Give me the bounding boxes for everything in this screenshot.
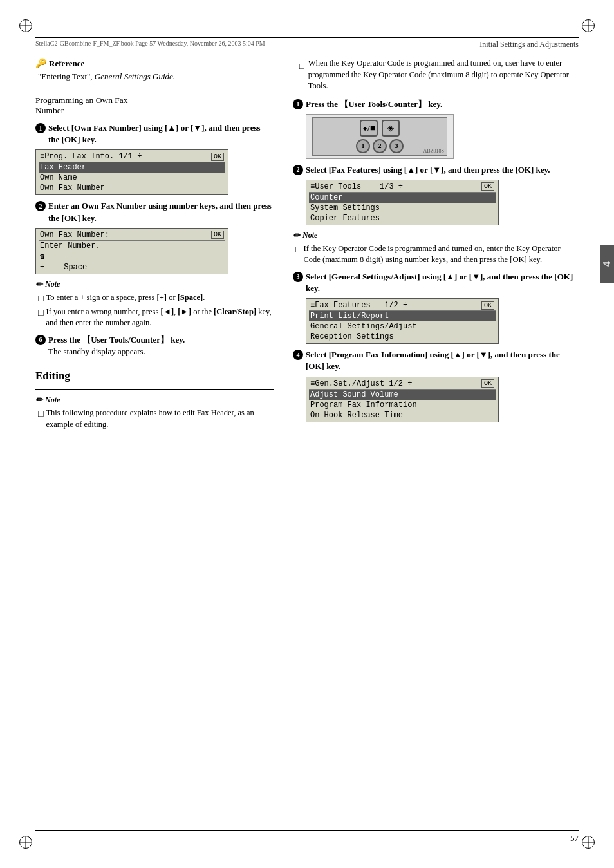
reference-text-main: "Entering Text", bbox=[38, 71, 95, 81]
right-step-1-header: 1 Press the 【User Tools/Counter】 key. bbox=[293, 99, 579, 110]
step-2-circle: 2 bbox=[35, 201, 46, 211]
left-step-1-header: 1 Select [Own Fax Number] using [▲] or [… bbox=[35, 122, 274, 146]
lcd1-row-3: Own Fax Number bbox=[39, 183, 225, 193]
right-step-3-header: 3 Select [General Settings/Adjust] using… bbox=[293, 271, 579, 294]
note-1-title: ✏ Note bbox=[35, 279, 274, 290]
left-step-2-header: 2 Enter an Own Fax Number using number k… bbox=[35, 200, 274, 223]
corner-mark-tr bbox=[582, 19, 595, 32]
step-1-text: Select [Own Fax Number] using [▲] or [▼]… bbox=[48, 122, 274, 146]
lcd1-row-1: Fax Header bbox=[39, 162, 225, 173]
lcd-screen-2: Own Fax Number: OK Enter Number. ☎ +Spac… bbox=[35, 228, 228, 274]
right-step-4-header: 4 Select [Program Fax Information] using… bbox=[293, 349, 579, 372]
editing-note: ✏ Note □ This following procedure explai… bbox=[35, 395, 274, 430]
reference-label: Reference bbox=[49, 59, 84, 69]
divider-2 bbox=[35, 364, 274, 364]
left-column: 🔑 Reference "Entering Text", General Set… bbox=[35, 58, 274, 823]
lcd2-row-3: +Space bbox=[39, 262, 225, 272]
right-intro: □ When the Key Operator Code is programm… bbox=[293, 58, 579, 92]
editing-note-title: ✏ Note bbox=[35, 395, 274, 405]
lcd-r3-row-3: Reception Settings bbox=[309, 332, 496, 342]
note-bullet-1: □ bbox=[38, 294, 43, 304]
intro-text: When the Key Operator Code is programmed… bbox=[308, 58, 579, 92]
intro-bullet: □ bbox=[299, 60, 304, 73]
note-1-item-2: □ If you enter a wrong number, press [◄]… bbox=[35, 307, 274, 329]
right-step-4-text: Select [Program Fax Information] using [… bbox=[306, 349, 579, 372]
note-icon-r1: ✏ bbox=[293, 231, 300, 241]
note-1-item-1: □ To enter a + sign or a space, press [+… bbox=[35, 292, 274, 304]
header-file-text: StellaC2-GBcombine-F_FM_ZF.book Page 57 … bbox=[35, 40, 265, 47]
step-2-text: Enter an Own Fax Number using number key… bbox=[48, 200, 274, 223]
lcd-screen-r3: ≡Fax Features 1/2 ÷ OK Print List/Report… bbox=[306, 298, 499, 344]
reference-section: 🔑 Reference "Entering Text", General Set… bbox=[35, 58, 274, 82]
step-6-text: Press the 【User Tools/Counter】 key. The … bbox=[48, 334, 185, 357]
step-6-circle: 6 bbox=[35, 335, 46, 345]
lcd-r2-row-3: Copier Features bbox=[309, 213, 496, 223]
right-step-2-circle: 2 bbox=[293, 165, 303, 175]
lcd-r4-row-1: Adjust Sound Volume bbox=[309, 390, 496, 400]
lcd-screen-r4: ≡Gen.Set./Adjust 1/2 ÷ OK Adjust Sound V… bbox=[306, 377, 499, 422]
divider-3 bbox=[35, 389, 274, 390]
note-1-text-1: To enter a + sign or a space, press [+] … bbox=[46, 292, 205, 304]
lcd-r4-row-2: Program Fax Information bbox=[309, 400, 496, 410]
page-content: 🔑 Reference "Entering Text", General Set… bbox=[35, 58, 579, 823]
chapter-tab-number: 4 bbox=[601, 261, 613, 267]
editing-heading: Editing bbox=[35, 370, 274, 382]
divider-1 bbox=[35, 90, 274, 90]
right-step-1-text: Press the 【User Tools/Counter】 key. bbox=[306, 99, 442, 110]
chapter-tab: 4 bbox=[600, 245, 614, 283]
corner-mark-br bbox=[582, 836, 595, 849]
right-column: □ When the Key Operator Code is programm… bbox=[293, 58, 579, 823]
right-note-1-item: □ If the Key Operator Code is programmed… bbox=[293, 243, 579, 266]
lcd-r4-row-3: On Hook Release Time bbox=[309, 410, 496, 420]
lcd2-row-1: Enter Number. bbox=[39, 241, 225, 251]
lcd-r3-row-1: Print List/Report bbox=[309, 311, 496, 321]
note-bullet-3: □ bbox=[38, 409, 43, 419]
lcd-screen-r2: ≡User Tools 1/3 ÷ OK Counter System Sett… bbox=[306, 180, 499, 225]
page-number: 57 bbox=[570, 833, 579, 844]
lcd-r3-row-2: General Settings/Adjust bbox=[309, 321, 496, 332]
step-6-sub: The standby display appears. bbox=[48, 346, 145, 356]
right-step-1: 1 Press the 【User Tools/Counter】 key. ⬥/… bbox=[293, 99, 579, 159]
right-note-1-text: If the Key Operator Code is programmed a… bbox=[303, 243, 579, 266]
editing-note-text: This following procedure explains how to… bbox=[46, 408, 274, 430]
right-step-2-header: 2 Select [Fax Features] using [▲] or [▼]… bbox=[293, 164, 579, 176]
lcd2-row-2: ☎ bbox=[39, 251, 225, 262]
note-1-text-2: If you enter a wrong number, press [◄], … bbox=[46, 307, 274, 329]
reference-text: "Entering Text", General Settings Guide. bbox=[35, 71, 274, 82]
right-step-1-circle: 1 bbox=[293, 99, 303, 109]
image-label: ABZ018S bbox=[423, 148, 444, 154]
header-bar bbox=[35, 37, 579, 38]
device-image: ⬥/■ ◈ 1 2 3 ABZ018S bbox=[306, 114, 454, 159]
note-icon-1: ✏ bbox=[35, 279, 42, 290]
lcd-r2-row-1: Counter bbox=[309, 193, 496, 203]
right-step-2: 2 Select [Fax Features] using [▲] or [▼]… bbox=[293, 164, 579, 225]
left-step-2: 2 Enter an Own Fax Number using number k… bbox=[35, 200, 274, 274]
lcd-r4-title: ≡Gen.Set./Adjust 1/2 ÷ OK bbox=[309, 379, 496, 390]
corner-mark-bl bbox=[19, 836, 32, 849]
right-note-1: ✏ Note □ If the Key Operator Code is pro… bbox=[293, 231, 579, 266]
lcd2-title: Own Fax Number: OK bbox=[39, 230, 225, 241]
left-step-6: 6 Press the 【User Tools/Counter】 key. Th… bbox=[35, 334, 274, 357]
note-bullet-2: □ bbox=[38, 308, 43, 318]
right-step-3-text: Select [General Settings/Adjust] using [… bbox=[306, 271, 579, 294]
corner-mark-tl bbox=[19, 19, 32, 32]
step-1-circle: 1 bbox=[35, 123, 46, 133]
header-section-title: Initial Settings and Adjustments bbox=[479, 40, 579, 50]
lcd-r3-title: ≡Fax Features 1/2 ÷ OK bbox=[309, 300, 496, 311]
right-step-3-circle: 3 bbox=[293, 272, 303, 282]
reference-title: 🔑 Reference bbox=[35, 58, 274, 69]
left-note-1: ✏ Note □ To enter a + sign or a space, p… bbox=[35, 279, 274, 329]
reference-text-italic: General Settings Guide. bbox=[95, 71, 175, 81]
lcd1-title: ≡Prog. Fax Info. 1/1 ÷ OK bbox=[39, 151, 225, 162]
right-note-1-title: ✏ Note bbox=[293, 231, 579, 241]
editing-note-item: □ This following procedure explains how … bbox=[35, 408, 274, 430]
lcd-r2-title: ≡User Tools 1/3 ÷ OK bbox=[309, 182, 496, 193]
lcd-screen-1: ≡Prog. Fax Info. 1/1 ÷ OK Fax Header Own… bbox=[35, 149, 228, 195]
left-step-1: 1 Select [Own Fax Number] using [▲] or [… bbox=[35, 122, 274, 195]
programming-heading: Programming an Own Fax Number bbox=[35, 95, 274, 116]
note-icon-2: ✏ bbox=[35, 395, 42, 405]
right-step-4-circle: 4 bbox=[293, 350, 303, 360]
lcd-r2-row-2: System Settings bbox=[309, 203, 496, 213]
right-step-3: 3 Select [General Settings/Adjust] using… bbox=[293, 271, 579, 344]
lcd1-row-2: Own Name bbox=[39, 173, 225, 183]
